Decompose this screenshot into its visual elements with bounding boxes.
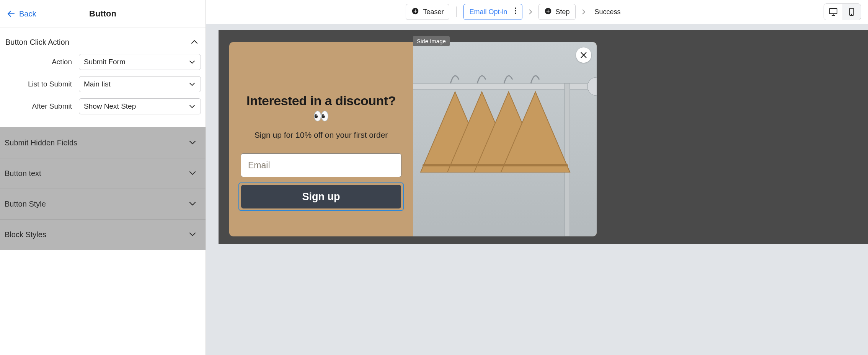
more-dots-icon[interactable] [514,7,517,17]
plus-circle-icon [544,7,552,17]
chevron-right-icon [527,8,534,15]
svg-rect-19 [565,83,570,236]
step-teaser[interactable]: Teaser [406,4,449,20]
select-action[interactable]: Submit Form [79,54,201,70]
step-label: Teaser [423,8,444,16]
chevron-up-icon [189,36,200,48]
toolbar: Teaser Email Opt-in Step Success [206,0,868,24]
popup-button-selection[interactable]: Sign up [238,182,404,211]
step-strip: Teaser Email Opt-in Step Success [406,4,623,20]
section-title: Submit Hidden Fields [5,138,77,147]
section-submit-hidden-fields[interactable]: Submit Hidden Fields [0,127,206,158]
chevron-down-icon [188,80,196,88]
panel-title: Button [89,9,116,19]
chevron-right-icon [580,8,587,15]
chevron-down-icon [188,58,196,66]
section-title: Button text [5,169,41,178]
step-success[interactable]: Success [592,4,624,20]
arrow-left-icon [6,9,16,18]
right-pane: Teaser Email Opt-in Step Success [206,0,868,355]
panel-body: Button Click Action Action Submit Form L… [0,28,206,355]
section-title: Button Click Action [5,38,69,47]
panel-header: Back Button [0,0,206,28]
step-step[interactable]: Step [538,4,576,20]
popup-email-input[interactable]: Email [241,153,401,177]
field-list-to-submit: List to Submit Main list [5,73,201,95]
step-email-optin[interactable]: Email Opt-in [463,4,522,20]
chevron-down-icon [188,230,197,240]
canvas-frame: Side Image Interested in a discount? 👀 S… [219,30,868,244]
svg-point-5 [515,10,516,11]
popup-headline: Interested in a discount? 👀 [241,93,401,124]
hanger-image [413,42,597,236]
popup-close-button[interactable] [576,47,591,63]
field-label: After Submit [5,102,72,111]
field-label: List to Submit [5,80,72,88]
device-mobile-button[interactable] [842,4,861,20]
plus-circle-icon [411,7,419,17]
side-image-tag: Side Image [413,36,450,46]
back-button-label: Back [19,10,36,18]
section-block-styles[interactable]: Block Styles [0,219,206,250]
svg-point-6 [515,13,516,14]
select-list-to-submit[interactable]: Main list [79,76,201,92]
popup-left: Interested in a discount? 👀 Sign up for … [229,42,413,236]
step-label: Success [595,8,621,16]
desktop-icon [829,8,838,16]
select-value: Submit Form [84,58,126,66]
section-header[interactable]: Button Click Action [5,33,201,51]
device-toggle [824,3,861,20]
chevron-down-icon [188,138,197,148]
chevron-down-icon [188,199,197,210]
section-button-text[interactable]: Button text [0,158,206,189]
mobile-icon [848,8,855,16]
button-label: Sign up [302,191,340,202]
popup-side-image[interactable] [413,42,597,236]
separator [456,7,457,17]
svg-rect-10 [829,8,837,14]
popup-subhead: Sign up for 10% off on your first order [255,130,388,140]
chevron-down-icon [188,103,196,110]
device-desktop-button[interactable] [824,4,842,20]
canvas: Side Image Interested in a discount? 👀 S… [206,24,868,355]
input-placeholder: Email [248,160,270,171]
select-value: Show Next Step [84,102,136,111]
select-value: Main list [84,80,111,88]
back-button[interactable]: Back [5,7,38,21]
section-title: Block Styles [5,230,46,239]
close-icon [579,51,588,59]
section-button-click-action: Button Click Action Action Submit Form L… [0,28,206,127]
field-action: Action Submit Form [5,51,201,73]
section-button-style[interactable]: Button Style [0,189,206,219]
popup: Side Image Interested in a discount? 👀 S… [229,42,597,236]
svg-point-14 [851,14,852,15]
field-label: Action [5,58,72,66]
svg-point-4 [515,8,516,9]
select-after-submit[interactable]: Show Next Step [79,98,201,114]
step-label: Email Opt-in [469,8,507,16]
popup-signup-button[interactable]: Sign up [241,185,401,208]
field-after-submit: After Submit Show Next Step [5,95,201,117]
chevron-down-icon [188,168,197,179]
left-panel: Back Button Button Click Action Action S… [0,0,206,355]
section-title: Button Style [5,200,46,208]
step-label: Step [556,8,570,16]
